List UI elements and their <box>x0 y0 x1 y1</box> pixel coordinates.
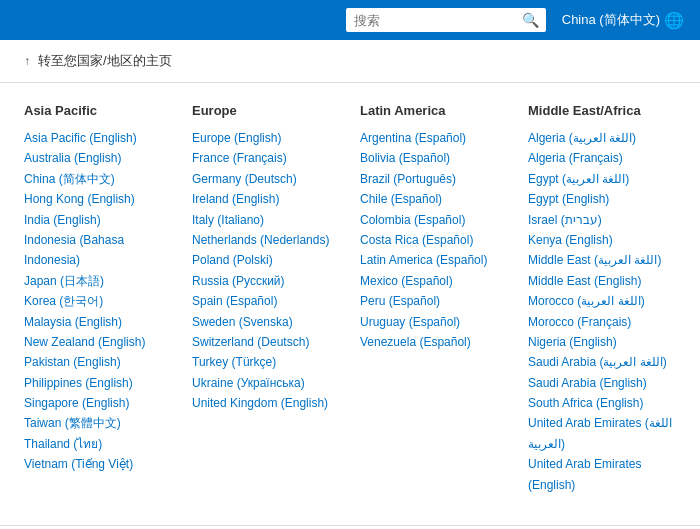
country-link[interactable]: Singapore (English) <box>24 393 172 413</box>
country-link[interactable]: Peru (Español) <box>360 291 508 311</box>
country-link[interactable]: New Zealand (English) <box>24 332 172 352</box>
country-link[interactable]: Asia Pacific (English) <box>24 128 172 148</box>
region-column-3: Middle East/AfricaAlgeria (اللغة العربية… <box>528 103 676 495</box>
country-link[interactable]: Argentina (Español) <box>360 128 508 148</box>
country-link[interactable]: Morocco (اللغة العربية) <box>528 291 676 311</box>
regions-grid: Asia PacificAsia Pacific (English)Austra… <box>24 103 676 495</box>
country-link[interactable]: Middle East (English) <box>528 271 676 291</box>
region-column-0: Asia PacificAsia Pacific (English)Austra… <box>24 103 172 495</box>
country-link[interactable]: Saudi Arabia (English) <box>528 373 676 393</box>
header: 🔍 China (简体中文) 🌐 <box>0 0 700 40</box>
country-link[interactable]: Uruguay (Español) <box>360 312 508 332</box>
country-link[interactable]: Sweden (Svenska) <box>192 312 340 332</box>
search-button[interactable]: 🔍 <box>522 12 539 28</box>
region-column-2: Latin AmericaArgentina (Español)Bolivia … <box>360 103 508 495</box>
country-link[interactable]: China (简体中文) <box>24 169 172 189</box>
country-link[interactable]: Poland (Polski) <box>192 250 340 270</box>
country-link[interactable]: Latin America (Español) <box>360 250 508 270</box>
country-link[interactable]: Israel (עברית) <box>528 210 676 230</box>
country-link[interactable]: Australia (English) <box>24 148 172 168</box>
region-title-0: Asia Pacific <box>24 103 172 118</box>
country-link[interactable]: United Arab Emirates (English) <box>528 454 676 495</box>
country-link[interactable]: Spain (Español) <box>192 291 340 311</box>
country-link[interactable]: Thailand (ไทย) <box>24 434 172 454</box>
country-link[interactable]: Mexico (Español) <box>360 271 508 291</box>
country-link[interactable]: Taiwan (繁體中文) <box>24 413 172 433</box>
country-link[interactable]: India (English) <box>24 210 172 230</box>
country-link[interactable]: Philippines (English) <box>24 373 172 393</box>
country-link[interactable]: Egypt (اللغة العربية) <box>528 169 676 189</box>
country-link[interactable]: France (Français) <box>192 148 340 168</box>
country-link[interactable]: Chile (Español) <box>360 189 508 209</box>
country-link[interactable]: Saudi Arabia (اللغة العربية) <box>528 352 676 372</box>
country-link[interactable]: Russia (Русский) <box>192 271 340 291</box>
country-link[interactable]: Egypt (English) <box>528 189 676 209</box>
country-link[interactable]: Vietnam (Tiếng Việt) <box>24 454 172 474</box>
country-link[interactable]: Kenya (English) <box>528 230 676 250</box>
country-link[interactable]: Japan (日本語) <box>24 271 172 291</box>
country-link[interactable]: Morocco (Français) <box>528 312 676 332</box>
breadcrumb-arrow: ↑ <box>24 54 30 68</box>
country-link[interactable]: Turkey (Türkçe) <box>192 352 340 372</box>
globe-icon: 🌐 <box>664 11 684 30</box>
lang-label: China (简体中文) <box>562 11 660 29</box>
country-link[interactable]: Switzerland (Deutsch) <box>192 332 340 352</box>
country-link[interactable]: Germany (Deutsch) <box>192 169 340 189</box>
region-title-3: Middle East/Africa <box>528 103 676 118</box>
main-content: Asia PacificAsia Pacific (English)Austra… <box>0 83 700 515</box>
country-link[interactable]: Algeria (Français) <box>528 148 676 168</box>
country-link[interactable]: Ireland (English) <box>192 189 340 209</box>
country-link[interactable]: Europe (English) <box>192 128 340 148</box>
country-link[interactable]: Ukraine (Українська) <box>192 373 340 393</box>
country-link[interactable]: Malaysia (English) <box>24 312 172 332</box>
bottom-section: North America <box>0 525 700 529</box>
search-input[interactable] <box>354 13 522 28</box>
country-link[interactable]: Brazil (Português) <box>360 169 508 189</box>
breadcrumb-bar: ↑ 转至您国家/地区的主页 <box>0 40 700 83</box>
country-link[interactable]: Nigeria (English) <box>528 332 676 352</box>
region-column-1: EuropeEurope (English)France (Français)G… <box>192 103 340 495</box>
country-link[interactable]: United Arab Emirates (اللغة العربية) <box>528 413 676 454</box>
country-link[interactable]: Middle East (اللغة العربية) <box>528 250 676 270</box>
country-link[interactable]: Pakistan (English) <box>24 352 172 372</box>
country-link[interactable]: Colombia (Español) <box>360 210 508 230</box>
lang-switcher[interactable]: China (简体中文) 🌐 <box>562 11 684 30</box>
country-link[interactable]: Costa Rica (Español) <box>360 230 508 250</box>
country-link[interactable]: Indonesia (Bahasa Indonesia) <box>24 230 172 271</box>
country-link[interactable]: Algeria (اللغة العربية) <box>528 128 676 148</box>
country-link[interactable]: United Kingdom (English) <box>192 393 340 413</box>
country-link[interactable]: South Africa (English) <box>528 393 676 413</box>
breadcrumb-text: 转至您国家/地区的主页 <box>38 52 172 70</box>
search-box: 🔍 <box>346 8 546 32</box>
country-link[interactable]: Bolivia (Español) <box>360 148 508 168</box>
country-link[interactable]: Venezuela (Español) <box>360 332 508 352</box>
country-link[interactable]: Italy (Italiano) <box>192 210 340 230</box>
country-link[interactable]: Korea (한국어) <box>24 291 172 311</box>
country-link[interactable]: Netherlands (Nederlands) <box>192 230 340 250</box>
country-link[interactable]: Hong Kong (English) <box>24 189 172 209</box>
region-title-2: Latin America <box>360 103 508 118</box>
region-title-1: Europe <box>192 103 340 118</box>
